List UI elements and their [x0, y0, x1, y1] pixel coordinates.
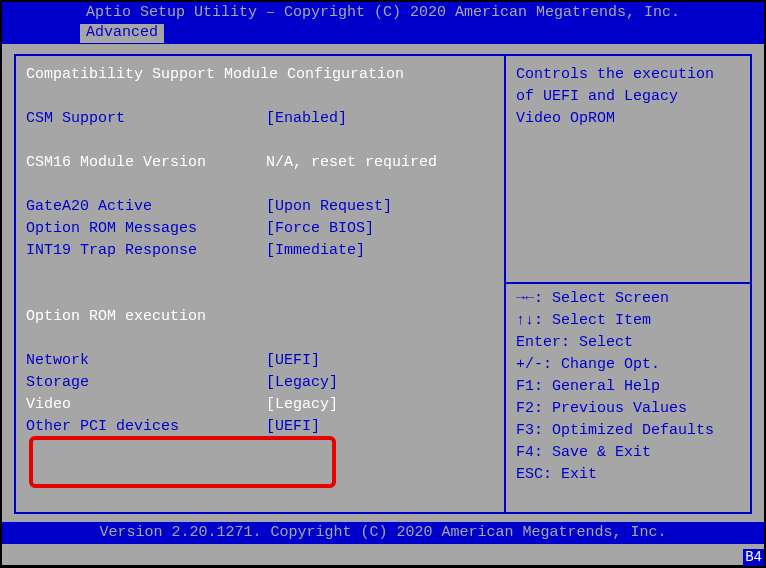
tab-advanced[interactable]: Advanced [80, 24, 164, 43]
section-csm-config: Compatibility Support Module Configurati… [26, 64, 494, 86]
help-description: Controls the execution of UEFI and Legac… [516, 64, 740, 282]
hint-f3: F3: Optimized Defaults [516, 422, 714, 441]
hint-f4: F4: Save & Exit [516, 444, 651, 463]
item-other-pci[interactable]: Other PCI devices [UEFI] [26, 416, 494, 438]
item-csm16-version: CSM16 Module Version N/A, reset required [26, 152, 494, 174]
spacer [26, 284, 494, 306]
footer-bar: Version 2.20.1271. Copyright (C) 2020 Am… [2, 522, 764, 544]
hint-f1: F1: General Help [516, 378, 660, 397]
bios-window: Aptio Setup Utility – Copyright (C) 2020… [1, 1, 765, 566]
csm-support-value: [Enabled] [266, 110, 494, 129]
item-storage[interactable]: Storage [Legacy] [26, 372, 494, 394]
int19-label: INT19 Trap Response [26, 242, 266, 261]
hint-change-opt: +/-: Change Opt. [516, 356, 660, 375]
item-video-selected[interactable]: Video [Legacy] [26, 394, 494, 416]
hint-f2: F2: Previous Values [516, 400, 687, 419]
section-label: Option ROM execution [26, 308, 206, 327]
main-area: Compatibility Support Module Configurati… [2, 44, 764, 522]
csm16-label: CSM16 Module Version [26, 154, 266, 173]
csm-support-label: CSM Support [26, 110, 266, 129]
other-label: Other PCI devices [26, 418, 266, 437]
spacer [26, 328, 494, 350]
item-csm-support[interactable]: CSM Support [Enabled] [26, 108, 494, 130]
hint-esc: ESC: Exit [516, 466, 597, 485]
storage-label: Storage [26, 374, 266, 393]
spacer [26, 86, 494, 108]
hint-select-item: ↑↓: Select Item [516, 312, 651, 331]
spacer [26, 130, 494, 152]
desc-line: Controls the execution [516, 66, 714, 85]
csm16-value: N/A, reset required [266, 154, 494, 173]
gatea20-value: [Upon Request] [266, 198, 494, 217]
corner-badge: B4 [743, 549, 764, 567]
oprom-msg-value: [Force BIOS] [266, 220, 494, 239]
help-divider [506, 282, 750, 284]
network-value: [UEFI] [266, 352, 494, 371]
right-panel: Controls the execution of UEFI and Legac… [504, 54, 752, 514]
spacer [26, 262, 494, 284]
hint-enter: Enter: Select [516, 334, 633, 353]
int19-value: [Immediate] [266, 242, 494, 261]
title-bar: Aptio Setup Utility – Copyright (C) 2020… [2, 2, 764, 24]
desc-line: of UEFI and Legacy [516, 88, 678, 107]
footer-text: Version 2.20.1271. Copyright (C) 2020 Am… [99, 524, 666, 541]
section-label: Compatibility Support Module Configurati… [26, 66, 404, 85]
left-panel: Compatibility Support Module Configurati… [14, 54, 504, 514]
desc-line: Video OpROM [516, 110, 615, 129]
video-value: [Legacy] [266, 396, 494, 415]
item-int19[interactable]: INT19 Trap Response [Immediate] [26, 240, 494, 262]
storage-value: [Legacy] [266, 374, 494, 393]
oprom-msg-label: Option ROM Messages [26, 220, 266, 239]
item-gatea20[interactable]: GateA20 Active [Upon Request] [26, 196, 494, 218]
item-network[interactable]: Network [UEFI] [26, 350, 494, 372]
section-oprom-exec: Option ROM execution [26, 306, 494, 328]
network-label: Network [26, 352, 266, 371]
gatea20-label: GateA20 Active [26, 198, 266, 217]
key-hints: →←: Select Screen ↑↓: Select Item Enter:… [516, 288, 740, 486]
highlight-annotation [29, 436, 336, 488]
item-oprom-messages[interactable]: Option ROM Messages [Force BIOS] [26, 218, 494, 240]
spacer [26, 174, 494, 196]
other-value: [UEFI] [266, 418, 494, 437]
tabs-row: Advanced [2, 24, 764, 44]
hint-select-screen: →←: Select Screen [516, 290, 669, 309]
video-label: Video [26, 396, 266, 415]
title-text: Aptio Setup Utility – Copyright (C) 2020… [86, 4, 680, 21]
